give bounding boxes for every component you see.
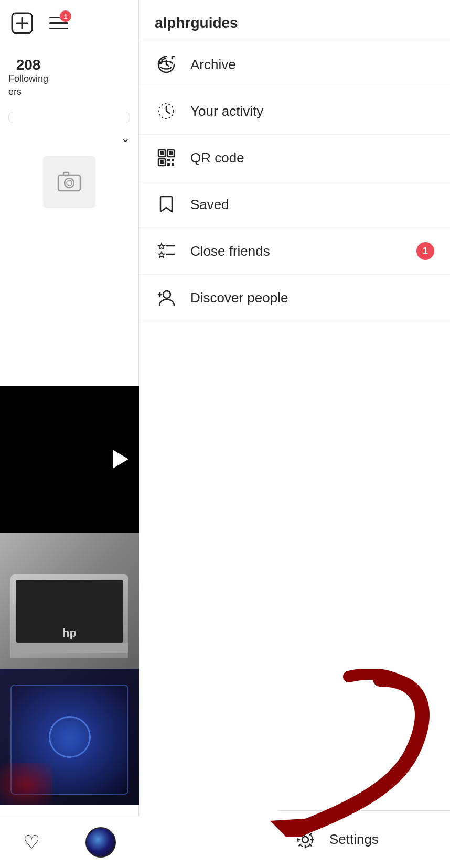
saved-icon: [155, 193, 178, 216]
settings-gear-icon: [294, 828, 317, 851]
chevron-down-icon[interactable]: ⌄: [121, 132, 130, 145]
followers-partial-label: ers: [8, 86, 22, 97]
svg-marker-18: [158, 243, 165, 249]
settings-label: Settings: [329, 831, 379, 848]
discover-people-label: Discover people: [190, 290, 288, 306]
archive-icon: [155, 53, 178, 76]
menu-item-saved[interactable]: Saved: [139, 181, 450, 228]
menu-item-archive[interactable]: Archive: [139, 41, 450, 88]
close-friends-badge: 1: [416, 242, 434, 260]
close-friends-icon: [155, 240, 178, 263]
svg-rect-9: [160, 151, 164, 155]
svg-rect-14: [167, 159, 170, 161]
archive-label: Archive: [190, 57, 236, 73]
svg-rect-15: [172, 159, 174, 161]
svg-rect-11: [169, 151, 173, 155]
settings-row[interactable]: Settings: [278, 810, 450, 868]
activity-icon: [155, 100, 178, 123]
svg-point-4: [65, 178, 74, 188]
qr-code-label: QR code: [190, 150, 244, 166]
menu-notification-badge: 1: [60, 10, 71, 22]
svg-rect-13: [160, 160, 164, 164]
play-icon: [113, 450, 128, 469]
dropdown-menu-panel: alphrguides Archive: [139, 0, 450, 868]
add-post-button[interactable]: [8, 9, 36, 37]
svg-point-6: [67, 180, 72, 186]
video-thumbnail[interactable]: [0, 386, 139, 533]
menu-item-your-activity[interactable]: Your activity: [139, 88, 450, 135]
edit-profile-area: [8, 110, 130, 123]
grid-area: hp: [0, 386, 139, 805]
your-activity-label: Your activity: [190, 103, 263, 120]
svg-marker-20: [158, 252, 165, 258]
svg-point-27: [302, 837, 308, 843]
profile-stats: 208 Following: [0, 46, 138, 84]
svg-rect-3: [58, 175, 80, 191]
pc-thumbnail[interactable]: [0, 669, 139, 805]
discover-people-icon: [155, 286, 178, 309]
laptop-thumbnail[interactable]: hp: [0, 533, 139, 669]
heart-icon[interactable]: ♡: [23, 831, 40, 853]
top-bar: 1: [0, 0, 138, 46]
bottom-nav: ♡: [0, 816, 139, 868]
menu-item-qr-code[interactable]: QR code: [139, 135, 450, 181]
svg-point-22: [163, 291, 170, 298]
left-panel: 1 208 Following ers ⌄: [0, 0, 139, 868]
chevron-row: ⌄: [0, 123, 138, 145]
following-stat[interactable]: 208 Following: [8, 57, 48, 84]
hamburger-menu-button[interactable]: 1: [45, 9, 72, 37]
qr-icon: [155, 146, 178, 169]
username-label: alphrguides: [155, 15, 238, 31]
following-label: Following: [8, 73, 48, 84]
menu-header: alphrguides: [139, 0, 450, 41]
saved-label: Saved: [190, 197, 229, 213]
edit-profile-button[interactable]: [8, 112, 130, 123]
svg-rect-5: [63, 172, 69, 176]
menu-list: Archive Your activity: [139, 41, 450, 321]
camera-placeholder: [43, 156, 95, 208]
menu-item-discover-people[interactable]: Discover people: [139, 275, 450, 321]
svg-rect-17: [172, 163, 174, 166]
avatar[interactable]: [85, 827, 116, 858]
svg-rect-16: [167, 163, 170, 166]
close-friends-label: Close friends: [190, 243, 270, 259]
following-count: 208: [16, 57, 41, 73]
menu-item-close-friends[interactable]: Close friends 1: [139, 228, 450, 275]
